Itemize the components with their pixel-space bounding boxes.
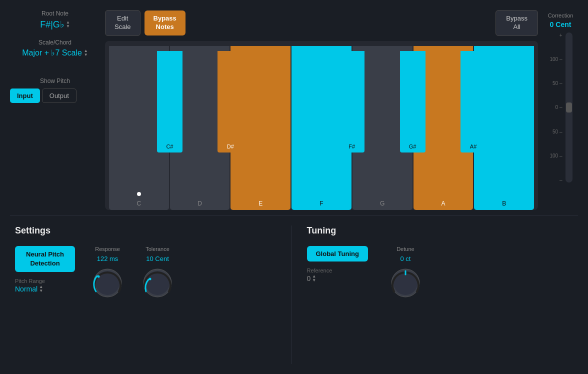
reference-stepper[interactable]: ▲▼ <box>312 274 316 282</box>
tuning-title: Tuning <box>307 226 574 236</box>
pitch-range-value[interactable]: Normal ▲▼ <box>15 285 43 293</box>
root-note-value[interactable]: F#|G♭ ▲▼ <box>10 19 100 30</box>
white-key-a[interactable]: A <box>414 46 474 210</box>
white-key-d[interactable]: D <box>170 46 230 210</box>
piano-container: C D E F <box>105 41 538 210</box>
detune-label: Detune <box>396 246 414 252</box>
reference-label: Reference <box>307 268 332 274</box>
input-button[interactable]: Input <box>10 88 40 103</box>
root-note-group: Root Note F#|G♭ ▲▼ <box>10 10 100 30</box>
right-panel: Correction 0 Cent + 100 – 50 – 0 – 50 – … <box>543 10 578 210</box>
output-button[interactable]: Output <box>42 88 76 103</box>
pitch-range-stepper[interactable]: ▲▼ <box>39 285 43 293</box>
slider-container: + 100 – 50 – 0 – 50 – 100 – – <box>548 32 572 182</box>
left-panel: Root Note F#|G♭ ▲▼ Scale/Chord Major + ♭… <box>10 10 100 210</box>
settings-title: Settings <box>15 226 282 236</box>
response-knob-group: Response 122 ms <box>90 246 125 300</box>
settings-controls: Neural Pitch Detection Pitch Range Norma… <box>15 246 282 300</box>
top-section: Root Note F#|G♭ ▲▼ Scale/Chord Major + ♭… <box>0 0 588 215</box>
main-container: Root Note F#|G♭ ▲▼ Scale/Chord Major + ♭… <box>0 0 588 374</box>
pitch-range-group: Pitch Range Normal ▲▼ <box>15 278 75 293</box>
settings-left: Neural Pitch Detection Pitch Range Norma… <box>15 246 75 293</box>
white-key-f[interactable]: F <box>292 46 352 210</box>
correction-value: 0 Cent <box>550 20 572 28</box>
center-panel: EditScale BypassNotes BypassAll C <box>105 10 538 210</box>
slider-thumb <box>566 102 572 112</box>
tuning-controls: Global Tuning Reference 0 ▲▼ Detune 0 ct <box>307 246 574 300</box>
correction-label: Correction <box>548 12 574 18</box>
settings-panel: Settings Neural Pitch Detection Pitch Ra… <box>15 226 282 364</box>
tuning-left: Global Tuning Reference 0 ▲▼ <box>307 246 368 282</box>
scale-chord-stepper[interactable]: ▲▼ <box>84 49 88 57</box>
white-keys: C D E F <box>109 46 534 210</box>
dot-c <box>137 192 141 196</box>
tolerance-knob[interactable] <box>140 266 175 300</box>
svg-point-2 <box>98 276 100 278</box>
slider-labels: + 100 – 50 – 0 – 50 – 100 – – <box>548 32 563 182</box>
scale-chord-group: Scale/Chord Major + ♭7 Scale ▲▼ <box>10 39 100 58</box>
white-key-b[interactable]: B <box>474 46 534 210</box>
correction-slider[interactable] <box>566 32 572 182</box>
detune-value: 0 ct <box>400 255 410 262</box>
root-note-stepper[interactable]: ▲▼ <box>66 20 70 28</box>
scale-chord-value[interactable]: Major + ♭7 Scale ▲▼ <box>10 48 100 58</box>
global-tuning-button[interactable]: Global Tuning <box>307 246 368 262</box>
reference-value: 0 ▲▼ <box>307 274 316 282</box>
tuning-panel: Tuning Global Tuning Reference 0 ▲▼ Detu… <box>292 226 574 364</box>
neural-pitch-button[interactable]: Neural Pitch Detection <box>15 246 75 272</box>
tolerance-label: Tolerance <box>146 246 170 252</box>
piano-keys: C D E F <box>109 46 534 210</box>
bypass-notes-button[interactable]: BypassNotes <box>144 10 186 36</box>
scale-chord-label: Scale/Chord <box>10 39 100 46</box>
reference-group: Reference 0 ▲▼ <box>307 268 368 282</box>
tolerance-knob-group: Tolerance 10 Cent <box>140 246 175 300</box>
white-key-g[interactable]: G <box>352 46 412 210</box>
bypass-all-button[interactable]: BypassAll <box>496 10 538 36</box>
show-pitch-group: Show Pitch Input Output <box>10 78 100 103</box>
detune-knob[interactable] <box>388 266 423 300</box>
response-value: 122 ms <box>97 255 118 262</box>
detune-knob-group: Detune 0 ct <box>388 246 423 300</box>
response-knob[interactable] <box>90 266 125 300</box>
bottom-section: Settings Neural Pitch Detection Pitch Ra… <box>0 216 588 374</box>
edit-scale-button[interactable]: EditScale <box>105 10 140 36</box>
toolbar: EditScale BypassNotes BypassAll <box>105 10 538 36</box>
show-pitch-buttons: Input Output <box>10 88 100 103</box>
pitch-range-label: Pitch Range <box>15 278 45 284</box>
svg-point-5 <box>149 278 152 280</box>
white-key-c[interactable]: C <box>109 46 169 210</box>
root-note-label: Root Note <box>10 10 100 17</box>
white-key-e[interactable]: E <box>230 46 290 210</box>
show-pitch-label: Show Pitch <box>10 78 100 84</box>
response-label: Response <box>95 246 120 252</box>
tolerance-value: 10 Cent <box>146 255 169 262</box>
